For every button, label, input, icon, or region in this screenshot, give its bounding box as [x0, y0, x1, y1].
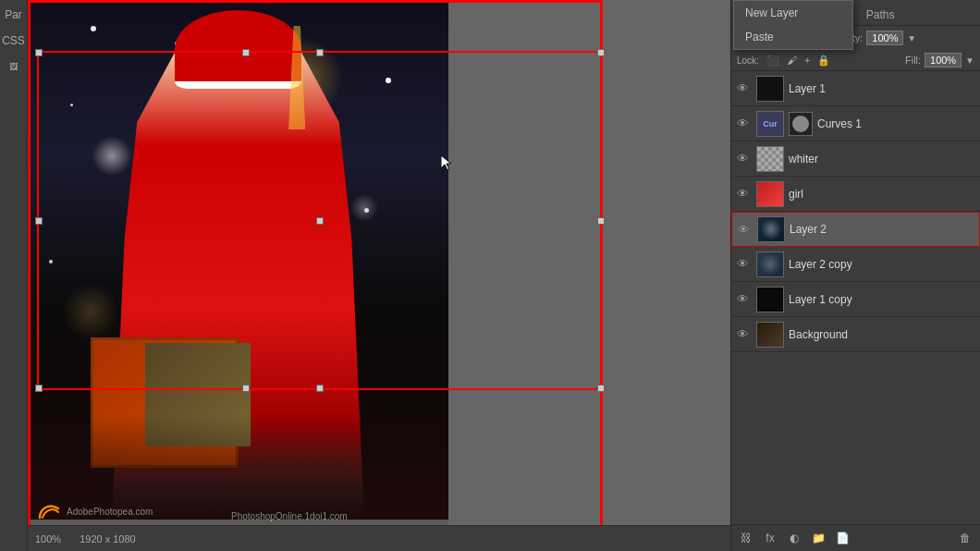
lock-label: Lock: [737, 55, 759, 66]
eye-icon-curves1[interactable]: 👁 [737, 116, 752, 130]
eye-icon-girl[interactable]: 👁 [737, 187, 752, 201]
layer-name-layer1: Layer 1 [789, 82, 974, 95]
canvas-size: 1920 x 1080 [80, 533, 136, 545]
layer-thumb-layer1copy [756, 287, 784, 312]
lock-transparent-icon[interactable]: ⬛ [766, 55, 779, 67]
tab-paths[interactable]: Paths [856, 4, 905, 25]
context-paste[interactable]: Paste [734, 25, 852, 49]
context-menu: New Layer Paste [733, 0, 853, 50]
layer-mask-thumb-curves1 [789, 112, 813, 136]
fill-label: Fill: [905, 55, 921, 66]
opacity-arrow-icon[interactable]: ▼ [907, 33, 916, 43]
new-layer-icon[interactable]: 📄 [833, 529, 851, 547]
eye-icon-layer1copy[interactable]: 👁 [737, 292, 752, 306]
snow-particle [91, 26, 96, 31]
layer-item-layer2copy[interactable]: 👁 Layer 2 copy [731, 247, 980, 282]
layers-panel: Layers Channels Paths Lighten Normal Scr… [730, 0, 980, 551]
eye-icon-layer1[interactable]: 👁 [737, 81, 752, 95]
layer-thumb-layer2 [757, 216, 785, 242]
layer-name-curves1: Curves 1 [817, 117, 974, 130]
layer-item-girl[interactable]: 👁 girl [731, 177, 980, 212]
left-tools-panel: Par CSS 🖼 [0, 0, 28, 551]
layers-list: 👁 Layer 1 👁 Cur Curves 1 👁 whiter 👁 [731, 71, 980, 524]
delete-layer-icon[interactable]: 🗑 [956, 529, 974, 547]
img-tool[interactable]: 🖼 [3, 55, 25, 78]
watermark-right: PhotoshopOnline.1doi1.com [231, 511, 348, 521]
watermark-left: AdobePhotopea.com [35, 501, 153, 521]
layers-toolbar: ⛓ fx ◐ 📁 📄 🗑 [731, 524, 980, 551]
link-layers-icon[interactable]: ⛓ [737, 529, 755, 547]
snow-particle [70, 104, 73, 106]
snow-particle [49, 260, 53, 263]
layer-item-background[interactable]: 👁 Background [731, 317, 980, 352]
fill-arrow-icon[interactable]: ▼ [965, 55, 974, 66]
layer-item-whiter[interactable]: 👁 whiter [731, 141, 980, 177]
svg-marker-0 [441, 155, 451, 170]
layer-name-layer1copy: Layer 1 copy [789, 293, 974, 306]
eye-icon-background[interactable]: 👁 [737, 327, 752, 341]
layer-thumb-layer1 [756, 76, 784, 102]
canvas-image [28, 0, 448, 520]
layer-fx-icon[interactable]: fx [761, 529, 779, 547]
lock-image-icon[interactable]: 🖌 [787, 55, 797, 66]
layer-name-layer2copy: Layer 2 copy [789, 258, 974, 271]
lock-all-icon[interactable]: 🔒 [817, 55, 830, 67]
layer-item-layer2[interactable]: 👁 Layer 2 [731, 212, 980, 247]
santa-hat [175, 10, 301, 88]
layer-name-girl: girl [789, 188, 974, 201]
add-mask-icon[interactable]: ◐ [785, 529, 803, 547]
fill-value[interactable]: 100% [925, 53, 962, 67]
layer-name-whiter: whiter [789, 153, 974, 165]
layer-name-background: Background [789, 328, 974, 341]
opacity-value[interactable]: 100% [866, 31, 903, 45]
snow-particle [364, 208, 369, 213]
status-text: 100% [35, 533, 61, 545]
layer-item-curves1[interactable]: 👁 Cur Curves 1 [731, 106, 980, 141]
layer-item-layer1[interactable]: 👁 Layer 1 [731, 71, 980, 106]
css-tool[interactable]: CSS [3, 30, 25, 52]
cursor [441, 155, 452, 170]
lock-row: Lock: ⬛ 🖌 + 🔒 Fill: 100% ▼ [731, 50, 980, 71]
eye-icon-layer2copy[interactable]: 👁 [737, 257, 752, 271]
gray-canvas-area [448, 0, 730, 525]
new-group-icon[interactable]: 📁 [809, 529, 827, 547]
layer-thumb-background [756, 322, 784, 348]
snow-particle [386, 78, 391, 83]
layer-thumb-curves1: Cur [756, 111, 784, 137]
canvas-area: AdobePhotopea.com PhotoshopOnline.1doi1.… [28, 0, 730, 551]
eye-icon-layer2[interactable]: 👁 [738, 223, 753, 237]
layer-name-layer2: Layer 2 [790, 223, 974, 236]
canvas-background [28, 0, 448, 520]
layer-thumb-layer2copy [756, 251, 784, 277]
fill-row: Fill: 100% ▼ [905, 53, 974, 67]
status-bar: 100% 1920 x 1080 [28, 525, 730, 551]
layer-thumb-girl [756, 181, 784, 207]
layer-thumb-whiter [756, 146, 784, 172]
lock-position-icon[interactable]: + [804, 55, 810, 66]
context-new-layer[interactable]: New Layer [734, 1, 852, 25]
layer-item-layer1copy[interactable]: 👁 Layer 1 copy [731, 282, 980, 317]
par-tool[interactable]: Par [3, 4, 25, 26]
eye-icon-whiter[interactable]: 👁 [737, 152, 752, 165]
